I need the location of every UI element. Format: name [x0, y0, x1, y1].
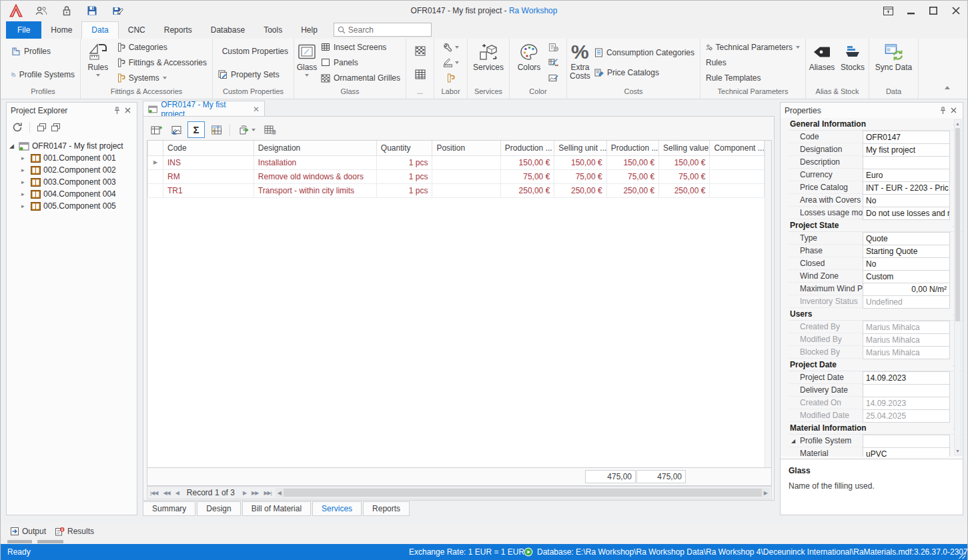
scroll-left-icon[interactable]: ◀	[276, 490, 284, 496]
menu-tab-home[interactable]: Home	[41, 21, 81, 39]
property-value[interactable]	[863, 384, 950, 397]
cell-selling-unit-[interactable]: 150,00 €	[554, 155, 606, 169]
show-totals-button[interactable]: Σ	[187, 121, 205, 138]
property-value[interactable]: uPVC	[863, 447, 950, 457]
output-tab[interactable]: Output	[10, 527, 46, 536]
property-value[interactable]: Euro	[863, 169, 950, 182]
cell-code[interactable]: INS	[163, 155, 254, 169]
view-tab-reports[interactable]: Reports	[363, 501, 410, 516]
ribbon-display-options-icon[interactable]	[877, 1, 899, 20]
insect-screens-button[interactable]: Insect Screens	[318, 40, 404, 55]
cell-quantity[interactable]: 1 pcs	[376, 169, 432, 183]
cell-production-[interactable]: 250,00 €	[606, 183, 658, 197]
property-value[interactable]: 0,00 N/m²	[863, 283, 950, 296]
technical-parameters-button[interactable]: Technical Parameters	[702, 40, 803, 55]
cell-selling-value[interactable]: 250,00 €	[659, 183, 710, 197]
ornamental-grilles-button[interactable]: Ornamental Grilles	[318, 71, 404, 85]
cell-production-[interactable]: 75,00 €	[606, 169, 658, 183]
expand-all-icon[interactable]	[51, 123, 61, 132]
cell-component-[interactable]	[710, 155, 765, 169]
price-catalogs-button[interactable]: Price Catalogs	[591, 65, 698, 80]
column-header-position[interactable]: Position	[432, 141, 500, 155]
services-button[interactable]: Services	[470, 39, 507, 86]
properties-scrollbar[interactable]: ▲ ▼	[954, 119, 961, 455]
save-as-icon[interactable]	[110, 3, 125, 18]
panels-button[interactable]: Panels	[318, 55, 404, 70]
tree-root-project[interactable]: ◢ OFR0147 - My fist project	[7, 140, 137, 152]
color-picker-button[interactable]	[546, 55, 560, 70]
extra-costs-button[interactable]: % ExtraCosts	[569, 39, 591, 86]
cell-selling-unit-[interactable]: 250,00 €	[554, 183, 606, 197]
users-icon[interactable]	[34, 3, 49, 18]
property-value[interactable]: No	[863, 257, 950, 271]
cell-production-[interactable]: 150,00 €	[606, 155, 658, 169]
consumption-categories-button[interactable]: Consumption Categories	[591, 45, 698, 60]
cell-position[interactable]	[432, 169, 500, 183]
close-icon[interactable]	[122, 105, 133, 116]
cell-designation[interactable]: Installation	[254, 155, 376, 169]
property-value[interactable]	[863, 156, 950, 169]
services-table[interactable]: CodeDesignationQuantityPositionProductio…	[147, 141, 765, 198]
cell-selling-unit-[interactable]: 75,00 €	[554, 169, 606, 183]
property-value[interactable]: Marius Mihalca	[863, 346, 950, 359]
view-tab-summary[interactable]: Summary	[143, 501, 195, 516]
refresh-icon[interactable]	[12, 122, 23, 133]
property-value[interactable]: Undefined	[863, 295, 950, 309]
column-header-production-[interactable]: Production ...	[606, 141, 658, 155]
property-value[interactable]: 14.09.2023	[863, 371, 950, 385]
table-row[interactable]: RMRemove old windows & doors1 pcs75,00 €…	[148, 169, 765, 183]
export-table-button[interactable]	[262, 121, 279, 138]
lock-icon[interactable]	[59, 3, 74, 18]
rule-templates-button[interactable]: Rule Templates	[702, 71, 803, 85]
table-row[interactable]: ▶INSInstallation1 pcs150,00 €150,00 €150…	[148, 155, 765, 169]
export-button[interactable]	[235, 121, 259, 138]
scrollbar-thumb[interactable]	[955, 128, 960, 321]
view-tab-services[interactable]: Services	[312, 501, 362, 516]
expander-open-icon[interactable]: ◢	[9, 143, 16, 149]
search-input[interactable]	[348, 25, 422, 35]
cell-component-[interactable]	[710, 183, 765, 197]
section-header[interactable]: Project State	[789, 219, 963, 232]
scrollbar-thumb[interactable]	[284, 489, 762, 497]
pin-icon[interactable]	[111, 105, 122, 116]
section-header[interactable]: General Information	[789, 118, 963, 131]
property-value[interactable]: INT - EUR - 2203 - Pric...	[863, 181, 950, 195]
next-page-icon[interactable]: ▶▶	[249, 490, 261, 496]
tree-item-component[interactable]: ▸004.Component 004	[7, 188, 137, 200]
menu-tab-data[interactable]: Data	[81, 21, 118, 39]
expander-open-icon[interactable]: ◢	[791, 438, 795, 444]
table-row[interactable]: TR1Transport - within city limits1 pcs25…	[148, 183, 765, 197]
tree-item-component[interactable]: ▸005.Component 005	[7, 200, 137, 212]
section-header[interactable]: Project Date	[789, 359, 963, 371]
view-tab-design[interactable]: Design	[197, 501, 240, 516]
cell-quantity[interactable]: 1 pcs	[376, 183, 432, 197]
menu-tab-cnc[interactable]: CNC	[119, 21, 155, 39]
cell-position[interactable]	[432, 183, 500, 197]
aliases-button[interactable]: Aliases	[808, 39, 836, 86]
menu-tab-help[interactable]: Help	[292, 21, 327, 39]
cell-code[interactable]: TR1	[163, 183, 254, 197]
property-value[interactable]: Quote	[863, 232, 950, 245]
scroll-right-icon[interactable]: ▶	[762, 490, 770, 496]
sync-data-button[interactable]: Sync Data	[873, 39, 915, 86]
rules-button[interactable]: Rules	[83, 39, 113, 86]
cell-position[interactable]	[432, 155, 500, 169]
column-header-selling-unit-[interactable]: Selling unit ...	[554, 141, 606, 155]
tab-close-icon[interactable]: ✕	[253, 105, 260, 114]
ribbon-collapse-icon[interactable]	[945, 86, 950, 89]
expander-closed-icon[interactable]: ▸	[21, 155, 28, 161]
pin-icon[interactable]	[937, 105, 948, 116]
view-tab-bill-of-material[interactable]: Bill of Material	[242, 501, 311, 516]
section-header[interactable]: Material Information	[789, 422, 963, 435]
profiles-button[interactable]: Profiles	[8, 44, 78, 59]
prev-record-icon[interactable]: ◀	[173, 490, 181, 496]
cell-production-[interactable]: 75,00 €	[500, 169, 554, 183]
cell-component-[interactable]	[710, 169, 765, 183]
next-record-icon[interactable]: ▶	[240, 490, 249, 496]
custom-properties-button[interactable]: Custom Properties	[215, 44, 292, 59]
profile-systems-button[interactable]: Profile Systems	[8, 67, 78, 82]
grid-horizontal-scrollbar[interactable]: ◀ ▶	[276, 488, 770, 497]
systems-button[interactable]: Systems	[113, 71, 210, 85]
property-value[interactable]	[863, 435, 950, 448]
tree-item-component[interactable]: ▸001.Component 001	[7, 152, 137, 164]
